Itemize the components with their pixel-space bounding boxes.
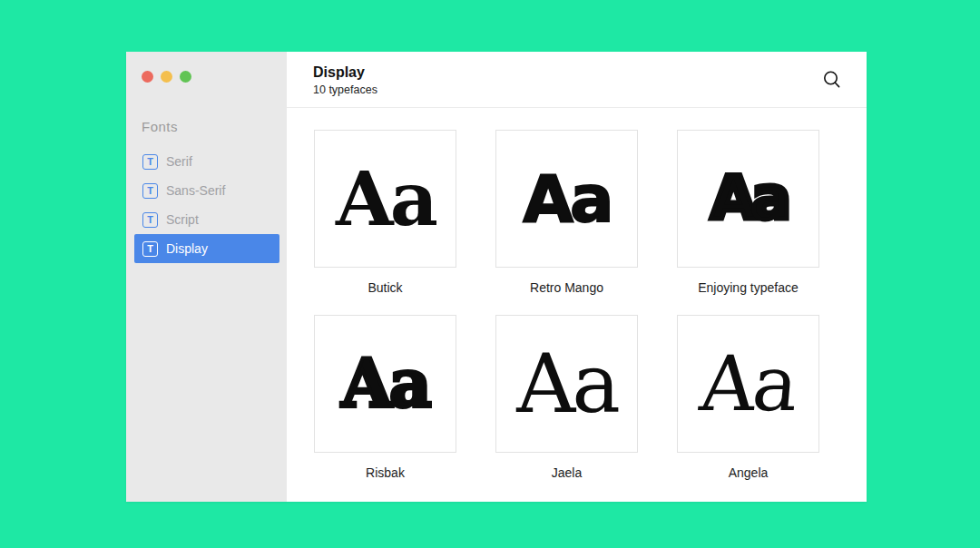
- sidebar-item-display[interactable]: T Display: [134, 234, 279, 263]
- sidebar-item-label: Script: [166, 212, 199, 227]
- typeface-icon: T: [142, 183, 158, 199]
- typeface-card-jaela[interactable]: Aa Jaela: [495, 315, 638, 480]
- typeface-card-enjoying-typeface[interactable]: Aa Enjoying typeface: [677, 130, 819, 295]
- typeface-name: Enjoying typeface: [677, 280, 819, 295]
- sidebar-item-label: Serif: [166, 154, 192, 169]
- sidebar-item-serif[interactable]: T Serif: [134, 147, 279, 176]
- typeface-sample: Aa: [523, 166, 610, 231]
- typeface-name: Risbak: [314, 465, 456, 480]
- window-controls: [126, 52, 287, 83]
- typeface-grid: Aa Butick Aa Retro Mango Aa Enjoying typ…: [287, 108, 867, 480]
- typeface-preview: Aa: [677, 130, 819, 268]
- search-button[interactable]: [822, 70, 842, 90]
- typeface-icon: T: [142, 241, 158, 257]
- sidebar-heading: Fonts: [142, 119, 287, 134]
- zoom-button[interactable]: [180, 71, 191, 83]
- typeface-name: Angela: [677, 465, 819, 480]
- sidebar-item-label: Display: [166, 241, 208, 256]
- typeface-count: 10 typefaces: [313, 83, 822, 96]
- minimize-button[interactable]: [161, 71, 172, 83]
- search-icon: [822, 70, 842, 90]
- typeface-sample: Aa: [336, 161, 435, 236]
- main-panel: Display 10 typefaces Aa Butick Aa: [287, 52, 867, 502]
- typeface-sample: Aa: [341, 351, 429, 416]
- typeface-icon: T: [142, 212, 158, 228]
- typeface-sample: Aa: [697, 346, 799, 422]
- sidebar-list: T Serif T Sans-Serif T Script T Display: [126, 147, 287, 263]
- typeface-card-retro-mango[interactable]: Aa Retro Mango: [495, 130, 638, 295]
- fonts-app-window: Fonts T Serif T Sans-Serif T Script T Di…: [126, 52, 867, 502]
- typeface-card-risbak[interactable]: Aa Risbak: [314, 315, 456, 480]
- page-title: Display: [313, 64, 822, 81]
- typeface-sample: Aa: [710, 169, 787, 229]
- typeface-preview: Aa: [495, 315, 638, 453]
- typeface-name: Retro Mango: [495, 280, 638, 295]
- typeface-sample: Aa: [516, 343, 617, 425]
- typeface-card-butick[interactable]: Aa Butick: [314, 130, 456, 295]
- sidebar: Fonts T Serif T Sans-Serif T Script T Di…: [126, 52, 287, 502]
- typeface-icon: T: [142, 154, 158, 170]
- close-button[interactable]: [142, 71, 153, 83]
- sidebar-item-sans-serif[interactable]: T Sans-Serif: [134, 176, 279, 205]
- typeface-preview: Aa: [495, 130, 638, 268]
- typeface-name: Jaela: [495, 465, 638, 480]
- typeface-preview: Aa: [314, 130, 456, 268]
- typeface-preview: Aa: [314, 315, 456, 453]
- typeface-name: Butick: [314, 280, 456, 295]
- typeface-card-angela[interactable]: Aa Angela: [677, 315, 819, 480]
- header-titles: Display 10 typefaces: [313, 63, 822, 96]
- sidebar-item-script[interactable]: T Script: [134, 205, 279, 234]
- typeface-preview: Aa: [677, 315, 819, 453]
- main-header: Display 10 typefaces: [287, 52, 867, 108]
- sidebar-item-label: Sans-Serif: [166, 183, 225, 198]
